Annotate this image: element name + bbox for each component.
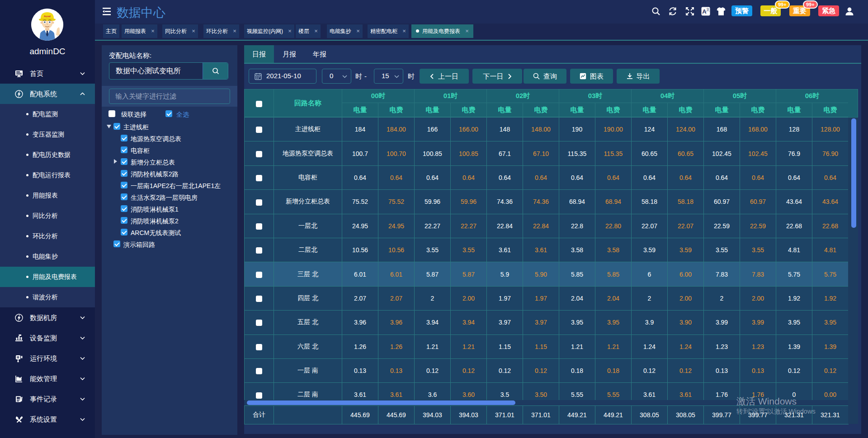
svg-text:Acrel: Acrel xyxy=(44,15,51,18)
svg-text:文: 文 xyxy=(706,8,710,12)
